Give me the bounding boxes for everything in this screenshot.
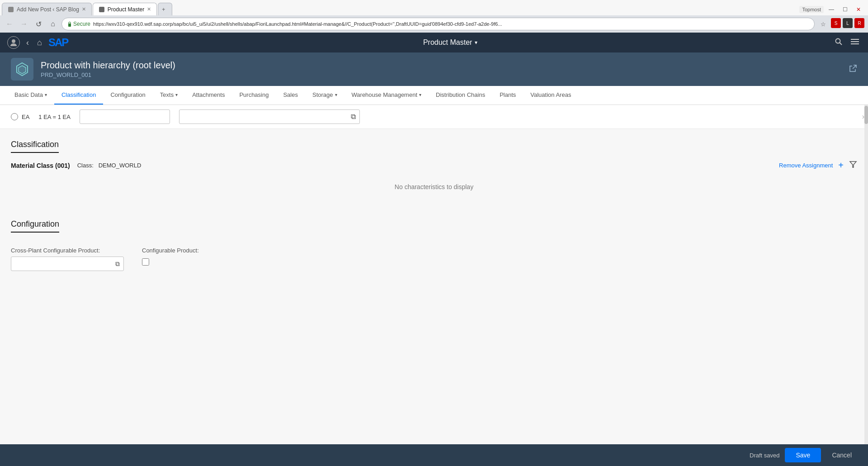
forward-button[interactable]: → <box>18 18 30 30</box>
tab-product-icon <box>99 6 105 13</box>
tab-classification[interactable]: Classification <box>54 86 104 105</box>
draft-saved-text: Draft saved <box>750 452 779 459</box>
configurable-checkbox-wrapper <box>142 257 199 266</box>
svg-rect-0 <box>8 7 14 12</box>
svg-line-5 <box>840 43 842 45</box>
tab-storage[interactable]: Storage ▾ <box>305 86 344 105</box>
tab-basic-data[interactable]: Basic Data ▾ <box>7 86 54 105</box>
tab-sales[interactable]: Sales <box>276 86 305 105</box>
tab-bar: Basic Data ▾ Classification Configuratio… <box>0 86 868 105</box>
app-title-chevron: ▾ <box>475 39 477 46</box>
configuration-title: Configuration <box>11 219 59 233</box>
svg-line-11 <box>853 65 856 69</box>
tab-product-close-icon[interactable]: ✕ <box>147 6 151 12</box>
back-nav-btn[interactable]: ‹ <box>24 36 31 49</box>
shell-header-left: ‹ ⌂ SAP <box>7 36 68 49</box>
topmost-indicator: Topmost <box>799 6 824 13</box>
cancel-button[interactable]: Cancel <box>826 448 857 462</box>
tab-product-label: Product Master <box>108 6 144 13</box>
home-button[interactable]: ⌂ <box>47 18 59 30</box>
back-button[interactable]: ← <box>4 18 15 30</box>
configurable-product-label: Configurable Product: <box>142 247 199 254</box>
window-maximize-btn[interactable]: ☐ <box>839 4 851 15</box>
config-fields: Cross-Plant Configurable Product: ⧉ Conf… <box>11 247 857 271</box>
tab-blog-icon <box>8 6 14 13</box>
window-close-btn[interactable]: ✕ <box>853 4 864 15</box>
object-subtitle: PRD_WORLD_001 <box>41 71 842 78</box>
unit-radio-input[interactable] <box>11 113 18 120</box>
cross-plant-copy-icon[interactable]: ⧉ <box>112 260 123 268</box>
class-actions: Remove Assignment + <box>779 160 857 171</box>
configuration-section: Configuration Cross-Plant Configurable P… <box>0 209 868 282</box>
storage-chevron: ▾ <box>335 92 337 97</box>
bookmark-btn[interactable]: ☆ <box>817 18 829 30</box>
units-row: EA 1 EA = 1 EA ⧉ › <box>0 105 868 129</box>
window-controls: Topmost — ☐ ✕ <box>799 4 866 15</box>
ext-btn2[interactable]: L <box>843 18 853 28</box>
remove-assignment-btn[interactable]: Remove Assignment <box>779 162 833 169</box>
share-btn[interactable] <box>849 64 857 75</box>
sap-logo[interactable]: SAP <box>48 36 68 49</box>
tab-valuation-areas[interactable]: Valuation Areas <box>523 86 578 105</box>
tab-purchasing[interactable]: Purchasing <box>232 86 276 105</box>
add-class-btn[interactable]: + <box>838 160 844 171</box>
search-btn[interactable] <box>833 36 844 50</box>
basic-data-chevron: ▾ <box>45 92 47 97</box>
sap-footer: Draft saved Save Cancel <box>0 444 868 466</box>
filter-btn[interactable] <box>849 160 857 171</box>
browser-tab-bar: Add New Post ‹ SAP Blog ✕ Product Master… <box>0 0 868 15</box>
unit-input-2-wrapper: ⧉ <box>179 109 360 124</box>
wm-chevron: ▾ <box>419 92 421 97</box>
svg-rect-2 <box>68 24 71 27</box>
configurable-checkbox[interactable] <box>142 258 149 266</box>
app-title[interactable]: Product Master ▾ <box>423 38 477 47</box>
material-class-header: Material Class (001) Class: DEMO_WORLD R… <box>11 160 857 171</box>
ext-btn3[interactable]: R <box>854 18 864 28</box>
class-info: Class: DEMO_WORLD <box>77 162 142 169</box>
tab-distribution-chains[interactable]: Distribution Chains <box>429 86 492 105</box>
tab-configuration[interactable]: Configuration <box>103 86 152 105</box>
menu-btn[interactable] <box>849 36 861 50</box>
tab-blog-label: Add New Post ‹ SAP Blog <box>17 6 79 13</box>
right-scrollbar[interactable] <box>864 105 868 444</box>
main-content: EA 1 EA = 1 EA ⧉ › Classification Materi… <box>0 105 868 444</box>
unit-radio-ea: EA <box>11 113 29 120</box>
secure-indicator: Secure <box>67 21 90 27</box>
tab-blog-close-icon[interactable]: ✕ <box>82 6 86 12</box>
new-tab-icon: + <box>162 6 165 13</box>
url-text: https://wxv310-qex910.wdf.sap.corp/sap/b… <box>93 21 502 27</box>
home-nav-btn[interactable]: ⌂ <box>35 36 44 49</box>
classification-section: Classification Material Class (001) Clas… <box>0 129 868 209</box>
save-button[interactable]: Save <box>785 448 821 462</box>
new-tab-btn[interactable]: + <box>158 3 172 15</box>
tab-product-master[interactable]: Product Master ✕ <box>93 3 157 15</box>
tab-warehouse-management[interactable]: Warehouse Management ▾ <box>344 86 429 105</box>
svg-rect-7 <box>851 41 859 42</box>
shell-header-right <box>833 36 861 50</box>
classification-title: Classification <box>11 140 59 153</box>
svg-marker-10 <box>19 66 26 74</box>
user-avatar[interactable] <box>7 36 20 49</box>
refresh-button[interactable]: ↺ <box>33 18 44 30</box>
unit-input-2[interactable] <box>179 114 347 120</box>
tab-texts[interactable]: Texts ▾ <box>153 86 185 105</box>
shell-header-center: Product Master ▾ <box>68 38 833 47</box>
tab-attachments[interactable]: Attachments <box>185 86 232 105</box>
window-minimize-btn[interactable]: — <box>826 4 837 15</box>
object-type-icon <box>11 58 33 81</box>
cross-plant-input[interactable] <box>11 261 112 267</box>
svg-marker-12 <box>850 162 856 167</box>
object-title: Product with hierarchy (root level) <box>41 60 842 71</box>
class-value: DEMO_WORLD <box>99 162 142 169</box>
tab-blog[interactable]: Add New Post ‹ SAP Blog ✕ <box>2 3 92 15</box>
sap-app: ‹ ⌂ SAP Product Master ▾ Product with hi… <box>0 33 868 466</box>
ext-btn1[interactable]: S <box>831 18 841 28</box>
cross-plant-label: Cross-Plant Configurable Product: <box>11 247 124 254</box>
unit-copy-icon[interactable]: ⧉ <box>347 113 359 121</box>
object-header: Product with hierarchy (root level) PRD_… <box>0 52 868 86</box>
url-bar[interactable]: Secure https://wxv310-qex910.wdf.sap.cor… <box>61 18 815 30</box>
svg-point-3 <box>12 39 15 43</box>
unit-input-1[interactable] <box>80 109 170 124</box>
cross-plant-field: Cross-Plant Configurable Product: ⧉ <box>11 247 124 271</box>
tab-plants[interactable]: Plants <box>492 86 523 105</box>
